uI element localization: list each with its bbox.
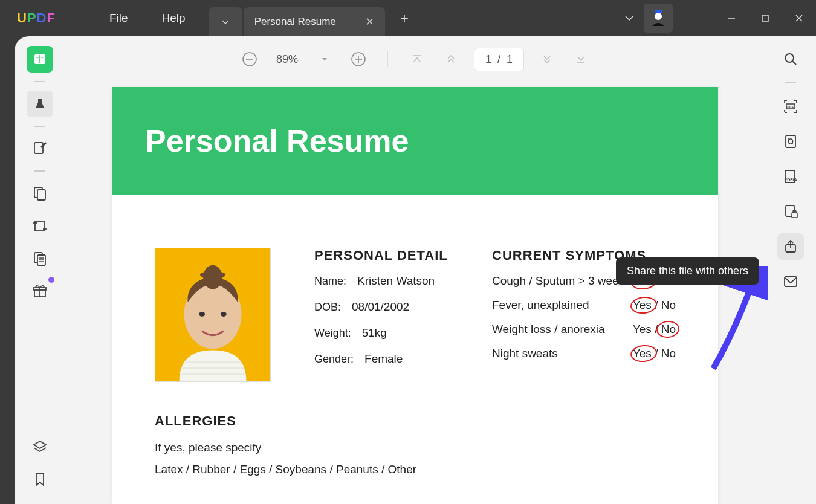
document-viewport[interactable]: Personal Resume	[65, 75, 765, 504]
profile-photo	[155, 248, 271, 382]
pdfa-icon: PDF/A	[782, 169, 800, 184]
sidebar-divider	[34, 170, 45, 172]
page-indicator[interactable]: 1 / 1	[474, 48, 524, 71]
minus-circle-icon	[242, 51, 257, 67]
sidebar-organize-button[interactable]	[27, 180, 53, 207]
sidebar-gift-button[interactable]	[27, 278, 53, 305]
next-page-button[interactable]	[536, 48, 558, 70]
symptom-label: Night sweats	[492, 347, 558, 360]
page-sep: /	[497, 53, 500, 66]
window-close-button[interactable]	[782, 1, 816, 35]
titlebar-divider	[696, 11, 696, 25]
symptom-row: Night sweats Yes / No	[492, 347, 676, 360]
chevron-up-icon	[445, 53, 457, 65]
edit-icon	[32, 141, 48, 157]
menu-file[interactable]: File	[92, 11, 145, 25]
symptom-yn: Yes / No	[633, 299, 676, 312]
share-tooltip: Share this file with others	[616, 257, 759, 285]
tab-close-icon[interactable]: ✕	[365, 15, 374, 28]
sidebar-divider	[785, 82, 796, 83]
dropdown-button[interactable]	[615, 4, 644, 33]
page-banner: Personal Resume	[112, 87, 718, 195]
highlighter-icon	[32, 96, 48, 112]
left-sidebar	[15, 36, 65, 504]
zoom-dropdown-button[interactable]	[314, 48, 335, 70]
allergies-line-2: Latex / Rubber / Eggs / Soybeans / Peanu…	[155, 463, 676, 476]
svg-rect-3	[762, 15, 768, 21]
ocr-button[interactable]: OCR	[777, 93, 804, 120]
tab-title: Personal Resume	[254, 16, 336, 28]
field-label: Weight:	[314, 327, 351, 340]
field-label: Name:	[314, 275, 346, 288]
tab-home[interactable]	[209, 7, 242, 36]
sidebar-bookmark-button[interactable]	[27, 467, 53, 493]
convert-button[interactable]	[777, 128, 804, 155]
personal-detail-section: PERSONAL DETAIL Name: Kristen Watson DOB…	[314, 248, 471, 382]
field-label: Gender:	[314, 353, 354, 366]
titlebar-divider	[74, 11, 74, 25]
symptom-yn: Yes / No	[633, 323, 676, 336]
minimize-icon	[727, 13, 736, 23]
last-page-button[interactable]	[570, 48, 592, 70]
sidebar-redact-button[interactable]	[27, 245, 53, 272]
avatar-icon	[650, 9, 667, 27]
svg-line-36	[792, 61, 796, 65]
zoom-value: 89%	[276, 53, 298, 66]
svg-point-32	[203, 265, 222, 289]
page-title: Personal Resume	[145, 123, 409, 159]
page-total: 1	[507, 53, 513, 66]
sidebar-highlight-button[interactable]	[27, 91, 53, 117]
symptom-label: Weight loss / anorexia	[492, 323, 605, 336]
svg-rect-11	[37, 190, 45, 200]
sidebar-layers-button[interactable]	[27, 434, 53, 460]
field-gender: Gender: Female	[314, 352, 471, 367]
symptom-row: Fever, unexplained Yes / No	[492, 299, 676, 312]
symptom-yn: Yes / No	[633, 347, 676, 360]
share-button[interactable]	[777, 233, 804, 260]
chevron-down-icon	[541, 53, 553, 65]
maximize-icon	[760, 13, 770, 23]
prev-page-button[interactable]	[440, 48, 462, 70]
svg-rect-8	[38, 99, 42, 103]
convert-icon	[783, 134, 798, 149]
svg-rect-43	[792, 213, 797, 218]
toolbar-divider	[387, 51, 388, 67]
field-value: Kristen Watson	[352, 274, 471, 289]
svg-text:PDF/A: PDF/A	[785, 178, 797, 182]
reader-icon	[33, 52, 47, 66]
bookmark-icon	[33, 472, 47, 488]
first-page-button[interactable]	[406, 48, 428, 70]
zoom-out-button[interactable]	[239, 48, 261, 70]
document-page: Personal Resume	[112, 87, 718, 504]
user-avatar-button[interactable]	[644, 4, 673, 33]
chevron-down-icon	[221, 18, 230, 26]
svg-rect-0	[655, 10, 662, 13]
tab-new-button[interactable]: ＋	[391, 5, 418, 31]
svg-point-33	[199, 312, 205, 317]
symptom-label: Fever, unexplained	[492, 299, 589, 312]
symptom-label: Cough / Sputum > 3 weeks	[492, 274, 630, 288]
svg-rect-39	[786, 135, 795, 147]
personal-detail-heading: PERSONAL DETAIL	[314, 248, 471, 263]
close-icon	[794, 13, 804, 23]
sidebar-reader-button[interactable]	[27, 46, 53, 73]
protect-button[interactable]	[777, 198, 804, 225]
zoom-in-button[interactable]	[348, 48, 369, 70]
window-minimize-button[interactable]	[714, 1, 748, 35]
email-button[interactable]	[777, 268, 804, 295]
page-current: 1	[485, 53, 491, 66]
pdfa-button[interactable]: PDF/A	[777, 163, 804, 190]
chevron-down-bar-icon	[575, 53, 587, 65]
search-button[interactable]	[777, 46, 804, 73]
window-maximize-button[interactable]	[748, 1, 782, 35]
app-logo: UPDF	[17, 10, 56, 26]
sidebar-edit-button[interactable]	[27, 135, 53, 162]
menu-help[interactable]: Help	[145, 11, 202, 25]
symptom-row: Weight loss / anorexia Yes / No	[492, 323, 676, 336]
tab-document[interactable]: Personal Resume ✕	[244, 7, 385, 36]
svg-text:OCR: OCR	[786, 105, 795, 109]
sidebar-crop-button[interactable]	[27, 213, 53, 239]
svg-point-35	[785, 54, 794, 62]
gift-icon	[32, 283, 48, 299]
plus-circle-icon	[351, 51, 366, 67]
